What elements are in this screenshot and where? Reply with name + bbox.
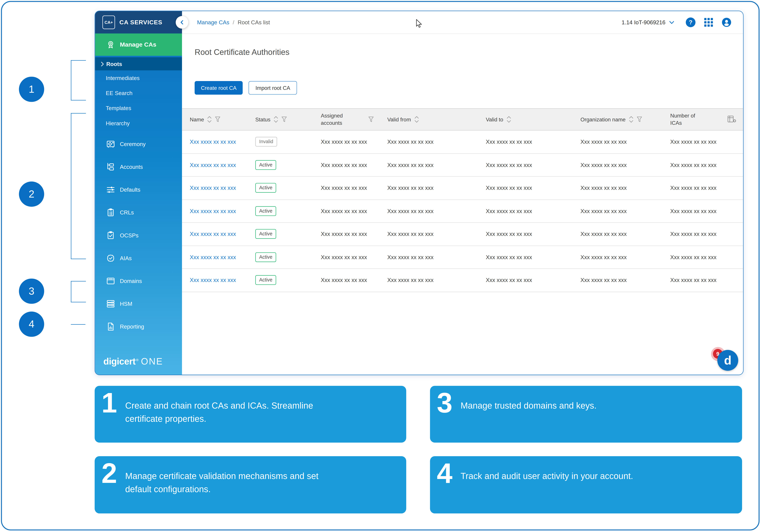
sidebar-item-label: Domains [120, 278, 142, 284]
number-of-icas-cell: Xxx xxxx xx xx xxx [663, 162, 724, 168]
version-selector[interactable]: 1.14 IoT-9069216 [622, 20, 674, 25]
sidebar-subitem[interactable]: Templates [95, 100, 182, 115]
name-cell: Xxx xxxx xx xx xxx [182, 254, 248, 260]
assigned-accounts-cell: Xxx xxxx xx xx xxx [313, 139, 380, 145]
ca-name-link[interactable]: Xxx xxxx xx xx xxx [190, 208, 236, 214]
column-header[interactable]: Number of ICAs [663, 112, 724, 127]
sidebar-subitem-label: Templates [106, 105, 131, 111]
status-badge: Invalid [255, 137, 277, 147]
column-header[interactable]: Organization name [573, 116, 663, 123]
organization-name-cell: Xxx xxxx xx xx xxx [573, 277, 663, 283]
apps-grid-icon[interactable] [704, 18, 713, 27]
organization-name-cell: Xxx xxxx xx xx xxx [573, 162, 663, 168]
sidebar-subitem[interactable]: EE Search [95, 86, 182, 100]
account-icon[interactable] [722, 17, 731, 27]
create-root-ca-button[interactable]: Create root CA [195, 81, 243, 94]
table-row: Xxx xxxx xx xx xxx Active Xxx xxxx xx xx… [182, 223, 743, 246]
ca-name-link[interactable]: Xxx xxxx xx xx xxx [190, 254, 236, 260]
callout-line-4 [71, 324, 86, 325]
callout-number: 2 [19, 182, 44, 207]
filter-icon[interactable] [215, 116, 220, 122]
sidebar-subitem[interactable]: Intermediates [95, 70, 182, 86]
sidebar-item-label: Ceremony [120, 141, 146, 147]
sort-icon[interactable] [414, 116, 419, 123]
sidebar-item[interactable]: CRLs [95, 201, 182, 224]
sidebar-item[interactable]: OCSPs [95, 224, 182, 247]
column-settings-icon[interactable] [728, 115, 737, 123]
number-of-icas-cell: Xxx xxxx xx xx xxx [663, 231, 724, 237]
sort-icon[interactable] [274, 116, 278, 123]
assigned-accounts-cell: Xxx xxxx xx xx xxx [313, 208, 380, 214]
action-buttons: Create root CA Import root CA [195, 81, 743, 94]
status-badge: Active [255, 229, 276, 239]
sidebar-item[interactable]: AIAs [95, 247, 182, 269]
column-label: Name [190, 116, 204, 122]
sidebar-nav: Ceremony Accounts Defaults CRLs [95, 131, 182, 338]
sidebar-item[interactable]: HSM [95, 292, 182, 315]
ca-name-link[interactable]: Xxx xxxx xx xx xxx [190, 231, 236, 237]
sidebar-item-manage-cas[interactable]: Manage CAs [95, 33, 182, 56]
status-badge: Active [255, 206, 276, 216]
filter-icon[interactable] [637, 116, 642, 122]
help-icon[interactable]: ? [686, 17, 695, 27]
sort-icon[interactable] [507, 116, 511, 123]
assigned-accounts-cell: Xxx xxxx xx xx xxx [313, 162, 380, 168]
column-header[interactable]: Name [182, 116, 248, 123]
breadcrumb-link-manage-cas[interactable]: Manage CAs [197, 20, 229, 25]
server-stack-icon [106, 299, 115, 308]
column-header[interactable]: Valid to [478, 116, 573, 123]
sidebar-item-label: CRLs [120, 209, 134, 215]
valid-to-cell: Xxx xxxx xx xx xxx [478, 231, 573, 237]
column-label: Status [255, 116, 270, 122]
sidebar-subitem[interactable]: Roots [95, 57, 182, 70]
sidebar-item[interactable]: Reporting [95, 315, 182, 338]
chevron-right-icon [101, 61, 104, 66]
name-cell: Xxx xxxx xx xx xxx [182, 139, 248, 145]
sidebar-item[interactable]: Defaults [95, 178, 182, 201]
sidebar-item-label: AIAs [120, 255, 132, 261]
filter-icon[interactable] [369, 116, 374, 122]
legend-card: 1 Create and chain root CAs and ICAs. St… [95, 386, 406, 443]
status-cell: Active [248, 275, 313, 285]
filter-icon[interactable] [282, 116, 287, 122]
name-cell: Xxx xxxx xx xx xxx [182, 185, 248, 191]
sort-icon[interactable] [629, 116, 633, 123]
column-label: Assigned accounts [321, 112, 349, 127]
column-header[interactable]: Valid from [380, 116, 478, 123]
breadcrumb: Manage CAs / Root CAs list [197, 20, 270, 25]
sort-icon[interactable] [207, 116, 212, 123]
chat-launcher-button[interactable]: d [717, 350, 738, 371]
sliders-icon [106, 185, 115, 194]
valid-to-cell: Xxx xxxx xx xx xxx [478, 254, 573, 260]
organization-name-cell: Xxx xxxx xx xx xxx [573, 185, 663, 191]
table-row: Xxx xxxx xx xx xxx Active Xxx xxxx xx xx… [182, 200, 743, 223]
valid-from-cell: Xxx xxxx xx xx xxx [380, 254, 478, 260]
name-cell: Xxx xxxx xx xx xxx [182, 162, 248, 168]
sidebar-subitem-label: Intermediates [106, 75, 140, 81]
column-label: Organization name [580, 116, 625, 122]
sidebar-collapse-button[interactable] [176, 16, 189, 29]
sidebar-item[interactable]: Ceremony [95, 133, 182, 155]
assigned-accounts-cell: Xxx xxxx xx xx xxx [313, 231, 380, 237]
callout-number-label: 1 [29, 84, 34, 95]
ca-name-link[interactable]: Xxx xxxx xx xx xxx [190, 277, 236, 283]
column-header[interactable]: Assigned accounts [313, 112, 380, 127]
sidebar-subitem[interactable]: Hierarchy [95, 115, 182, 131]
ca-name-link[interactable]: Xxx xxxx xx xx xxx [190, 162, 236, 168]
callout-number-label: 3 [29, 285, 34, 297]
sidebar-subitem-label: Roots [106, 61, 122, 67]
sidebar-item[interactable]: Accounts [95, 155, 182, 178]
import-root-ca-button[interactable]: Import root CA [249, 81, 297, 94]
number-of-icas-cell: Xxx xxxx xx xx xxx [663, 254, 724, 260]
status-badge: Active [255, 160, 276, 170]
valid-to-cell: Xxx xxxx xx xx xxx [478, 185, 573, 191]
ca-name-link[interactable]: Xxx xxxx xx xx xxx [190, 185, 236, 191]
breadcrumb-separator: / [233, 20, 234, 25]
ca-name-link[interactable]: Xxx xxxx xx xx xxx [190, 139, 236, 145]
organization-name-cell: Xxx xxxx xx xx xxx [573, 139, 663, 145]
table-row: Xxx xxxx xx xx xxx Active Xxx xxxx xx xx… [182, 269, 743, 292]
column-header[interactable]: Status [248, 116, 313, 123]
number-of-icas-cell: Xxx xxxx xx xx xxx [663, 208, 724, 214]
sidebar-item[interactable]: Domains [95, 269, 182, 292]
status-cell: Active [248, 183, 313, 193]
